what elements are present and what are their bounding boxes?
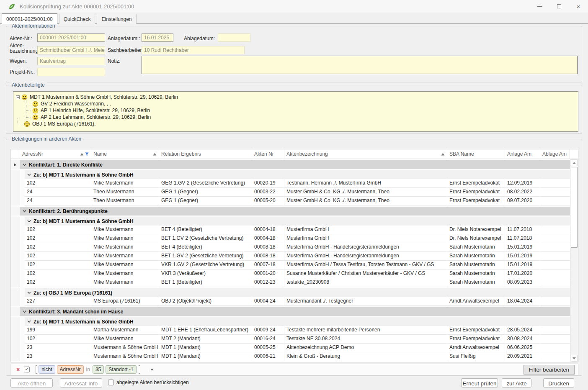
table-row[interactable]: 102Mike MustermannBET 4 (Beteiligter)000… [10, 226, 570, 234]
cell-adressnr[interactable]: 227 [25, 297, 91, 306]
cell-relation-ergebnis[interactable]: GEG 1.GV 2 (Gesetzliche Vertretung) [159, 179, 252, 188]
cell-akten-nr[interactable]: 00005-25 [252, 344, 284, 352]
table-row[interactable]: 102Mike MustermannVKR 1.GV 2 (Gesetzlich… [10, 261, 570, 269]
minimize-button[interactable] [530, 0, 549, 13]
cell-akten-nr[interactable]: 00009-24 [252, 326, 284, 335]
table-row[interactable]: 102Mike MustermannVKR 3 (Veräußerer)0000… [10, 269, 570, 278]
subgroup-row[interactable]: Zu: b) MDT 1 Mustermann & Söhne GmbH [10, 170, 570, 179]
cell-adressnr[interactable]: 199 [25, 326, 91, 335]
cell-ablage-am[interactable] [540, 234, 570, 243]
column-header-anlage-am[interactable]: Anlage Am [505, 149, 540, 159]
tree-expander-icon[interactable] [16, 95, 20, 99]
cell-adressnr[interactable]: 24 [25, 197, 91, 205]
filter-chip-in[interactable]: in [85, 366, 91, 373]
cell-akten-nr[interactable]: 00004-18 [252, 226, 284, 234]
table-row[interactable]: 24Theo MustermannGEG 1 (Gegner)00003-22M… [10, 188, 570, 197]
table-row[interactable]: 102Mike MustermannBET 1.GV 2 (Gesetzlich… [10, 252, 570, 261]
anlagedatum-field[interactable]: 16.01.2025 [142, 33, 173, 42]
tab-einstellungen[interactable]: Einstellungen [97, 14, 136, 24]
column-header-adressnr[interactable]: AdressNr [20, 149, 91, 159]
cell-relation-ergebnis[interactable]: OBJ 2 (Objekt/Projekt) [159, 297, 252, 306]
subgroup-header[interactable]: Zu: b) MDT 1 Mustermann & Söhne GmbH [25, 317, 570, 326]
aktenbeteiligte-tree[interactable]: MDT 1 Mustermann & Söhne GmbH, Schlüters… [13, 91, 578, 132]
table-row[interactable]: 23Mustermann & Söhne GmbHMDT 1 (Mandant)… [10, 344, 570, 352]
cell-adressnr[interactable]: 102 [25, 179, 91, 188]
cell-relation-ergebnis[interactable]: VKR 3 (Veräußerer) [159, 269, 252, 278]
cell-aktenbezeichnung[interactable]: Musterfirma GmbH - Handelsregisteranmeld… [284, 243, 447, 252]
cell-anlage-am[interactable]: 20.09.2021 [505, 352, 540, 361]
filter-chip-nicht[interactable]: nicht [39, 365, 55, 374]
cell-anlage-am[interactable]: 17.01.2020 [505, 269, 540, 278]
cell-akten-nr[interactable]: 00005-20 [252, 197, 284, 205]
cell-akten-nr[interactable]: 00004-24 [252, 297, 284, 306]
cell-ablage-am[interactable] [540, 297, 570, 306]
cell-akten-nr[interactable]: 00003-22 [252, 188, 284, 197]
cell-name[interactable]: Martha Mustermann [91, 326, 159, 335]
cell-sba-name[interactable]: Ernst Exempeladvokat [447, 179, 505, 188]
cell-relation-ergebnis[interactable]: BET 1.GV 2 (Gesetzliche Vertretung) [159, 234, 252, 243]
scroll-up-button[interactable] [571, 159, 578, 166]
cell-ablage-am[interactable] [540, 243, 570, 252]
cell-relation-ergebnis[interactable]: MDT 1.EHE 1 (Ehefrau/Lebenspartner) [159, 326, 252, 335]
table-row[interactable]: 102Mike MustermannBET 4 (Beteiligter)000… [10, 243, 570, 252]
cell-anlage-am[interactable]: 15.01.2019 [505, 261, 540, 269]
tab-quickcheck[interactable]: QuickCheck [59, 14, 95, 24]
table-row[interactable]: 102Mike MustermannGEG 1.GV 2 (Gesetzlich… [10, 179, 570, 188]
table-row[interactable]: 102Mike MustermannBET 1 (Beteiligter)000… [10, 278, 570, 287]
cell-name[interactable]: MS Europa (716161) [91, 297, 159, 306]
tree-item[interactable]: GV 2 Freidrich Wassermann, , , [24, 100, 576, 107]
cell-name[interactable]: Theo Mustermann [91, 197, 159, 205]
table-row[interactable]: 227MS Europa (716161)OBJ 2 (Objekt/Proje… [10, 297, 570, 306]
cell-name[interactable]: Theo Mustermann [91, 188, 159, 197]
cell-adressnr[interactable]: 23 [25, 352, 91, 361]
group-row-konfliktart-1-direkte-konflikte[interactable]: Konfliktart: 1. Direkte Konflikte [10, 160, 570, 169]
column-header-ablage-am[interactable]: Ablage Am [540, 149, 570, 159]
cell-name[interactable]: Mike Mustermann [91, 278, 159, 287]
cell-anlage-am[interactable]: 06.06.2025 [505, 344, 540, 352]
cell-sba-name[interactable]: Arndt Anwaltsexempel [447, 297, 505, 306]
cell-relation-ergebnis[interactable]: GEG 1 (Gegner) [159, 197, 252, 205]
close-button[interactable]: × [569, 0, 588, 13]
akten-nr-field[interactable]: 000001-2025/001:00 [37, 33, 105, 42]
table-row[interactable]: 24Theo MustermannGEG 1 (Gegner)00005-20M… [10, 197, 570, 205]
cell-aktenbezeichnung[interactable]: Aktenbezeichnung ACP Demo [284, 344, 447, 352]
cell-relation-ergebnis[interactable]: GEG 1 (Gegner) [159, 188, 252, 197]
cell-anlage-am[interactable]: 11.07.2018 [505, 226, 540, 234]
sachbearbeiter-field[interactable]: 10 Rudi Rechthaber [142, 46, 245, 54]
cell-sba-name[interactable]: Sarah Musternotarin [447, 243, 505, 252]
maximize-button[interactable] [549, 0, 569, 13]
cell-sba-name[interactable]: Sarah Musternotarin [447, 261, 505, 269]
cell-aktenbezeichnung[interactable]: testakte_20230908 [284, 278, 447, 287]
cell-sba-name[interactable]: Sarah Musternotarin [447, 269, 505, 278]
cell-ablage-am[interactable] [540, 352, 570, 361]
cell-aktenbezeichnung[interactable]: Klein & Groß - Beratung [284, 352, 447, 361]
cell-anlage-am[interactable]: 08.02.2022 [505, 188, 540, 197]
cell-aktenbezeichnung[interactable]: Testmann, Hermann ./. Musterfirma GmbH [284, 179, 447, 188]
cell-akten-nr[interactable]: 00004-18 [252, 234, 284, 243]
cell-akten-nr[interactable]: 00006-21 [252, 352, 284, 361]
filter-chip-35[interactable]: 35 [93, 365, 104, 374]
column-header-sba-name[interactable]: SBA Name [447, 149, 505, 159]
cell-akten-nr[interactable]: 00001-20 [252, 269, 284, 278]
group-header[interactable]: Konfliktart: 2. Berührungspunkte [20, 207, 570, 216]
cell-akten-nr[interactable]: 00008-18 [252, 252, 284, 261]
cell-ablage-am[interactable] [540, 344, 570, 352]
cell-adressnr[interactable]: 24 [25, 188, 91, 197]
cell-sba-name[interactable]: Arndt Anwaltsexempel [447, 344, 505, 352]
cell-ablage-am[interactable] [540, 269, 570, 278]
cell-name[interactable]: Mustermann & Söhne GmbH [91, 352, 159, 361]
include-archived-checkbox[interactable] [108, 380, 114, 385]
cell-anlage-am[interactable]: 15.01.2019 [505, 252, 540, 261]
filter-edit-button[interactable]: Filter bearbeiten [524, 365, 575, 375]
cell-akten-nr[interactable]: 00008-18 [252, 243, 284, 252]
cell-akten-nr[interactable]: 00020-19 [252, 179, 284, 188]
tree-item[interactable]: AP 1 Heinrich Hilfe, Schlüterstr. 29, 10… [24, 107, 576, 114]
wegen-field[interactable]: Kaufvertrag [37, 57, 105, 65]
cell-anlage-am[interactable]: 11.07.2018 [505, 234, 540, 243]
cell-ablage-am[interactable] [540, 252, 570, 261]
projekt-nr-field[interactable] [37, 68, 105, 76]
grid-body[interactable]: Konfliktart: 1. Direkte KonflikteZu: b) … [10, 159, 570, 362]
cell-aktenbezeichnung[interactable]: Musterfirma GmbH - Handelsregisteranmeld… [284, 252, 447, 261]
column-header-name[interactable]: Name [91, 149, 159, 159]
cell-anlage-am[interactable]: 08.09.2023 [505, 278, 540, 287]
